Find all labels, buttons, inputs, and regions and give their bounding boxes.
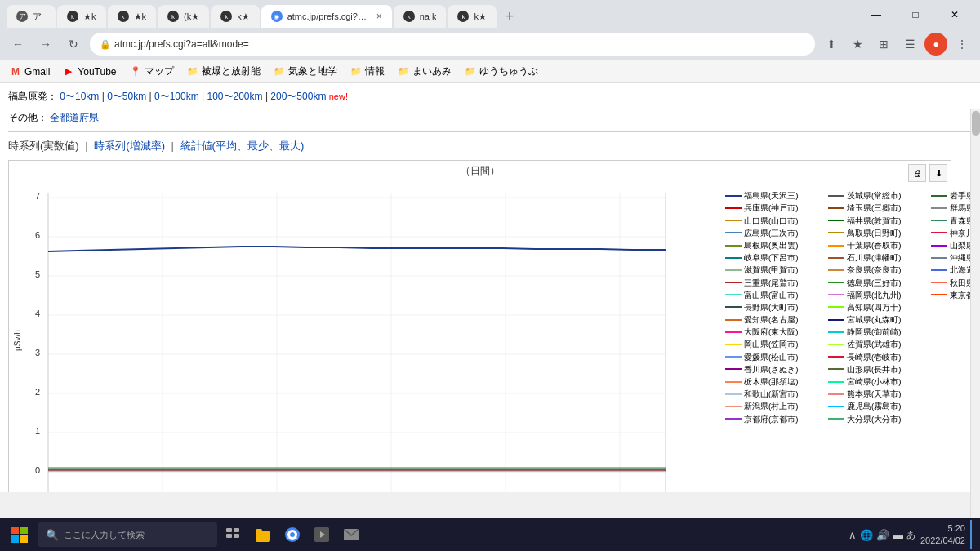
tray-network[interactable]: 🌐 bbox=[860, 529, 873, 541]
folder-icon bbox=[256, 527, 270, 542]
windows-media-button[interactable] bbox=[309, 522, 335, 548]
minimize-button[interactable]: — bbox=[858, 2, 895, 28]
taskbar-search-box[interactable]: 🔍 ここに入力して検索 bbox=[38, 522, 217, 547]
y-axis-unit: μSv/h bbox=[13, 330, 22, 351]
legend-item-shiga: 滋賀県(甲賀市) bbox=[725, 264, 823, 276]
legend-item-ishikawa: 石川県(津幡町) bbox=[828, 251, 926, 264]
svg-rect-7 bbox=[234, 534, 239, 538]
legend-label-ehime: 愛媛県(松山市) bbox=[744, 351, 798, 363]
legend-item-okayama: 岡山県(笠岡市) bbox=[725, 338, 823, 350]
youtube-icon: ▶ bbox=[63, 66, 74, 78]
separator bbox=[8, 131, 972, 132]
link-0-100km[interactable]: 0〜100km bbox=[154, 91, 199, 102]
scrollbar[interactable] bbox=[970, 109, 980, 518]
tray-volume[interactable]: 🔊 bbox=[876, 529, 889, 541]
gmail-icon: M bbox=[10, 66, 21, 78]
legend-item-mie: 三重県(尾鷲市) bbox=[725, 277, 823, 289]
bookmark-youtube2[interactable]: 📁 ゆうちゅうぶ bbox=[461, 63, 541, 80]
forward-button[interactable]: → bbox=[34, 33, 57, 56]
legend-label-fukui: 福井県(敦賀市) bbox=[847, 215, 901, 227]
bookmark-info[interactable]: 📁 情報 bbox=[347, 63, 388, 80]
legend-item-ibaraki: 茨城県(常総市) bbox=[828, 189, 926, 202]
menu-icon[interactable]: ⋮ bbox=[951, 33, 973, 56]
bookmark-gmail[interactable]: M Gmail bbox=[7, 64, 53, 79]
legend-item-saitama: 埼玉県(三郷市) bbox=[828, 202, 926, 214]
svg-rect-3 bbox=[20, 535, 28, 543]
gmail-label: Gmail bbox=[24, 66, 50, 78]
back-button[interactable]: ← bbox=[7, 33, 29, 56]
link-0-50km[interactable]: 0〜50km bbox=[107, 91, 146, 102]
legend-item-ehime: 愛媛県(松山市) bbox=[725, 351, 823, 363]
bookmark-weather[interactable]: 📁 気象と地学 bbox=[270, 63, 341, 80]
tab-1[interactable]: ア ア bbox=[7, 5, 56, 28]
legend-label-ishikawa: 石川県(津幡町) bbox=[847, 251, 901, 264]
page-content: 福島原発： 0〜10km | 0〜50km | 0〜100km | 100〜20… bbox=[0, 83, 980, 492]
link-200-500km[interactable]: 200〜500km bbox=[270, 91, 326, 102]
sidebar-icon[interactable]: ☰ bbox=[898, 33, 921, 56]
legend-label-okayama: 岡山県(笠岡市) bbox=[744, 338, 798, 350]
tab-active[interactable]: ◉ atmc.jp/prefs.cgi?a=all&mode= × bbox=[261, 5, 392, 28]
legend-item-gifu: 岐阜県(下呂市) bbox=[725, 251, 823, 264]
tab-statistics[interactable]: 統計値(平均、最少、最大) bbox=[180, 140, 305, 152]
tab-timeseries-actual[interactable]: 時系列(実数値) bbox=[8, 140, 79, 152]
legend-item-niigata: 新潟県(村上市) bbox=[725, 400, 823, 412]
bookmark-star-icon[interactable]: ★ bbox=[846, 33, 869, 56]
folder-youtube2-icon: 📁 bbox=[465, 66, 476, 78]
system-clock[interactable]: 5:20 2022/04/02 bbox=[920, 522, 965, 548]
svg-rect-2 bbox=[11, 535, 19, 543]
tab-1-favicon: ア bbox=[16, 11, 28, 22]
tab-8[interactable]: k k★ bbox=[448, 5, 497, 28]
download-button[interactable]: ⬇ bbox=[929, 164, 947, 182]
taskview-button[interactable] bbox=[220, 522, 247, 548]
tab-3[interactable]: k ★k bbox=[108, 5, 157, 28]
radiation-label: 被爆と放射能 bbox=[202, 64, 261, 78]
start-button[interactable] bbox=[5, 520, 34, 549]
chart-svg: 7 6 5 4 3 2 1 0 -1 μSv/h bbox=[12, 181, 719, 492]
bookmark-miami[interactable]: 📁 まいあみ bbox=[394, 63, 455, 80]
legend-item-nagano: 長野県(大町市) bbox=[725, 301, 823, 313]
legend-item-kagoshima: 鹿児島(霧島市) bbox=[828, 400, 926, 412]
close-button[interactable]: ✕ bbox=[936, 2, 973, 28]
address-input[interactable]: 🔒 atmc.jp/prefs.cgi?a=all&mode= bbox=[90, 33, 815, 56]
refresh-button[interactable]: ↻ bbox=[62, 33, 85, 56]
legend-label-mie: 三重県(尾鷲市) bbox=[744, 277, 798, 289]
address-icons: ⬆ ★ ⊞ ☰ ● ⋮ bbox=[820, 33, 973, 56]
bookmarks-bar: M Gmail ▶ YouTube 📍 マップ 📁 被爆と放射能 📁 気象と地学… bbox=[0, 60, 980, 83]
svg-rect-6 bbox=[226, 534, 232, 538]
new-tab-button[interactable]: + bbox=[498, 5, 521, 28]
tab-timeseries-change[interactable]: 時系列(増減率) bbox=[94, 140, 165, 152]
tab-5[interactable]: k k★ bbox=[211, 5, 260, 28]
tray-battery[interactable]: ▬ bbox=[893, 529, 903, 541]
tab-close-button[interactable]: × bbox=[376, 11, 382, 22]
show-desktop-button[interactable] bbox=[970, 520, 975, 549]
file-explorer-button[interactable] bbox=[250, 522, 276, 548]
svg-rect-1 bbox=[20, 527, 28, 534]
email-button[interactable] bbox=[338, 522, 364, 548]
legend-item-aichi: 愛知県(名古屋) bbox=[725, 313, 823, 326]
profile-button[interactable]: ● bbox=[924, 33, 947, 56]
language-indicator[interactable]: あ bbox=[906, 529, 915, 541]
bookmark-youtube[interactable]: ▶ YouTube bbox=[60, 64, 119, 79]
extension-icon[interactable]: ⊞ bbox=[872, 33, 895, 56]
legend-label-shimane: 島根県(奥出雲) bbox=[744, 239, 798, 251]
tab-4[interactable]: k (k★ bbox=[158, 5, 209, 28]
bookmark-maps[interactable]: 📍 マップ bbox=[127, 63, 177, 80]
tab-2[interactable]: k ★k bbox=[57, 5, 106, 28]
bookmark-radiation[interactable]: 📁 被爆と放射能 bbox=[184, 63, 264, 80]
folder-radiation-icon: 📁 bbox=[187, 66, 198, 78]
tab-bar: ア ア k ★k k ★k k (k★ k k★ ◉ atmc.jp/prefs… bbox=[0, 0, 980, 28]
tab-7-title: na k bbox=[420, 11, 437, 21]
link-0-10km[interactable]: 0〜10km bbox=[60, 91, 99, 102]
tab-7[interactable]: k na k bbox=[394, 5, 447, 28]
share-icon[interactable]: ⬆ bbox=[820, 33, 843, 56]
legend-label-fukushima: 福島県(天沢三) bbox=[744, 189, 798, 202]
print-button[interactable]: 🖨 bbox=[908, 164, 926, 182]
svg-rect-9 bbox=[256, 529, 262, 534]
tray-chevron[interactable]: ∧ bbox=[849, 529, 857, 541]
link-all-prefectures[interactable]: 全都道府県 bbox=[50, 112, 99, 123]
chrome-button[interactable] bbox=[279, 522, 305, 548]
legend-label-chiba: 千葉県(香取市) bbox=[847, 239, 901, 251]
link-100-200km[interactable]: 100〜200km bbox=[207, 91, 263, 102]
maximize-button[interactable]: □ bbox=[897, 2, 934, 28]
legend-item-nara: 奈良県(奈良市) bbox=[828, 264, 926, 276]
